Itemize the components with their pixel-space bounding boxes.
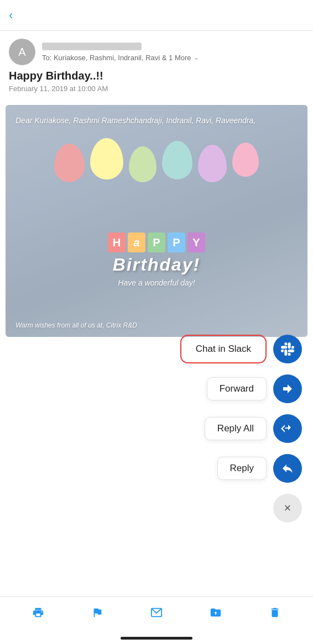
forward-row: Forward — [207, 374, 302, 403]
reply-button[interactable] — [273, 454, 302, 483]
delete-button[interactable] — [264, 601, 286, 624]
reply-all-button[interactable] — [273, 414, 302, 443]
mail-button[interactable] — [145, 601, 168, 624]
slack-icon — [281, 342, 294, 356]
forward-icon — [281, 382, 294, 395]
print-icon — [32, 606, 44, 619]
bottom-toolbar — [0, 597, 313, 627]
reply-icon — [281, 462, 294, 475]
chat-slack-wrapper: Chat in Slack — [180, 335, 267, 363]
reply-row: Reply — [217, 454, 302, 483]
image-overlay — [6, 105, 307, 337]
actions-area: Forward Reply All Reply × — [205, 374, 302, 522]
close-button[interactable]: × — [273, 494, 302, 522]
print-button[interactable] — [27, 601, 49, 624]
sender-row: A To: Kuriakose, Rashmi, Indranil, Ravi … — [9, 39, 304, 65]
avatar: A — [9, 39, 35, 65]
flag-icon — [91, 606, 103, 619]
move-button[interactable] — [205, 601, 227, 624]
move-icon — [210, 606, 222, 619]
chat-in-slack-label: Chat in Slack — [184, 338, 263, 360]
sender-name-bar — [42, 43, 142, 50]
reply-all-icon — [281, 422, 294, 435]
forward-label: Forward — [207, 377, 267, 400]
mail-icon — [150, 606, 163, 619]
reply-all-label: Reply All — [205, 417, 267, 440]
close-icon: × — [284, 501, 291, 515]
flag-button[interactable] — [86, 601, 108, 624]
email-image-container: Dear Kuriakose, Rashmi Rameshchandraji, … — [6, 105, 307, 337]
recipients-text: To: Kuriakose, Rashmi, Indranil, Ravi & … — [42, 54, 191, 62]
chat-in-slack-button[interactable] — [273, 335, 302, 363]
email-meta: A To: Kuriakose, Rashmi, Indranil, Ravi … — [0, 31, 313, 105]
email-subject: Happy Birthday..!! — [9, 70, 304, 82]
recipients-row: To: Kuriakose, Rashmi, Indranil, Ravi & … — [42, 54, 304, 62]
forward-button[interactable] — [273, 374, 302, 403]
back-button[interactable]: ‹ — [9, 6, 17, 25]
reply-label: Reply — [217, 457, 267, 480]
email-date: February 11, 2019 at 10:00 AM — [9, 85, 304, 93]
email-header: ‹ — [0, 0, 313, 31]
home-indicator — [121, 637, 192, 640]
delete-icon — [269, 606, 281, 619]
chevron-down-icon[interactable]: ⌄ — [194, 54, 199, 61]
close-row: × — [273, 494, 302, 522]
reply-all-row: Reply All — [205, 414, 302, 443]
chat-in-slack-row: Chat in Slack — [180, 335, 302, 363]
sender-info: To: Kuriakose, Rashmi, Indranil, Ravi & … — [42, 43, 304, 62]
